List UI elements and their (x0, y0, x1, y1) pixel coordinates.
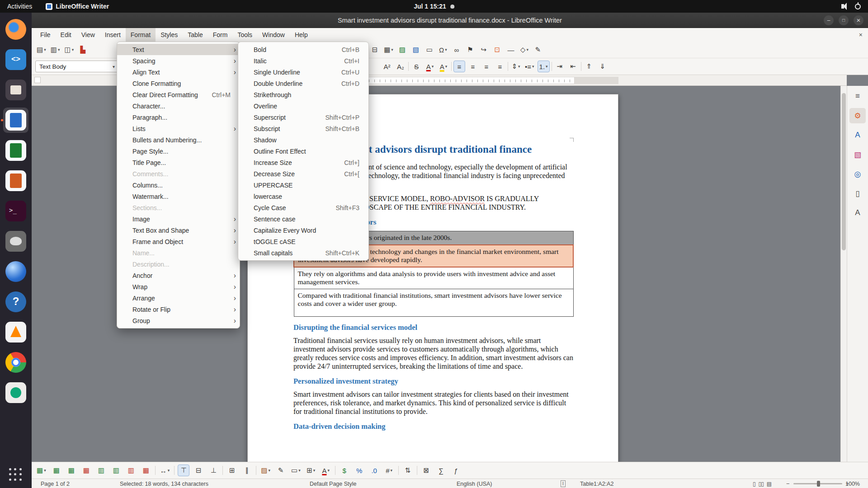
close-document-icon[interactable]: × (859, 31, 863, 38)
doc-paragraph-disrupt[interactable]: Traditional financial services usually r… (293, 336, 574, 371)
insert-column-before-icon[interactable]: ▥ (95, 465, 107, 476)
merge-cells-icon[interactable]: ⊞ (226, 465, 238, 476)
maximize-icon[interactable] (839, 15, 849, 25)
clock-menu[interactable]: Jul 1 15:21 (414, 3, 454, 10)
properties-icon[interactable]: ⚙ (849, 108, 866, 123)
export-pdf-icon[interactable]: ▙ (77, 44, 89, 56)
menu-bar-item[interactable]: View (76, 28, 100, 42)
insert-bookmark-icon[interactable]: ⚑ (464, 44, 476, 56)
multi-page-view-icon[interactable]: ▯▯ (759, 481, 764, 487)
gimp-icon[interactable] (3, 229, 28, 254)
paragraph-style-select[interactable]: Text Body (35, 61, 119, 72)
text-submenu-item[interactable]: Italic Ctrl+I (238, 55, 368, 66)
number-format-icon[interactable]: # (383, 465, 395, 476)
vlc-icon[interactable] (3, 319, 28, 345)
sum-icon[interactable]: ∑ (435, 465, 447, 476)
borders-icon[interactable]: ⊞ (305, 465, 317, 476)
insert-page-break-icon[interactable]: ⊟ (369, 44, 381, 56)
text-submenu-item[interactable]: tOGGLE cASE (238, 236, 368, 247)
format-menu-item[interactable]: Description... (117, 258, 240, 270)
insert-table-icon[interactable]: ▦ (382, 44, 395, 56)
insert-row-above-icon[interactable]: ▦ (51, 465, 62, 476)
navigator-icon[interactable]: ◎ (849, 166, 866, 182)
format-menu-item[interactable]: Bullets and Numbering... (117, 134, 240, 145)
basic-shapes-icon[interactable]: ◇ (519, 44, 530, 56)
text-submenu-item[interactable]: Increase Size Ctrl+] (238, 157, 368, 168)
format-menu-item[interactable]: Group (117, 315, 240, 326)
files-icon[interactable] (3, 77, 28, 103)
table-row[interactable]: Compared with traditional financial inst… (294, 289, 573, 316)
insert-chart-icon[interactable]: ▧ (410, 44, 422, 56)
styles-icon[interactable]: A (849, 127, 866, 143)
firefox-icon[interactable] (3, 17, 28, 42)
vscode-icon[interactable] (3, 47, 28, 72)
insert-table-icon[interactable]: ▦ (35, 465, 47, 476)
insert-hyperlink-icon[interactable]: ∞ (451, 44, 462, 56)
center-vertically-icon[interactable]: ⊟ (193, 465, 204, 476)
insert-column-after-icon[interactable]: ▥ (110, 465, 122, 476)
table-background-color-icon[interactable]: ▨ (259, 465, 272, 476)
text-submenu-item[interactable]: Strikethrough (238, 89, 368, 100)
format-menu-item[interactable]: Page Style... (117, 145, 240, 157)
system-status-area[interactable] (841, 4, 868, 9)
zoom-out-icon[interactable] (786, 480, 790, 487)
insert-mode-icon[interactable]: I (561, 479, 566, 488)
open-file-icon[interactable]: ▥ (49, 44, 61, 56)
text-submenu-item[interactable]: Decrease Size Ctrl+[ (238, 168, 368, 179)
close-icon[interactable] (854, 15, 863, 25)
menu-bar-item[interactable]: Window (257, 28, 290, 42)
scrollbar-thumb[interactable] (842, 93, 846, 250)
text-submenu-item[interactable]: Bold Ctrl+B (238, 44, 368, 55)
line-spacing-icon[interactable]: ⇕ (510, 61, 522, 72)
libreoffice-writer-icon[interactable] (3, 108, 28, 133)
format-menu-item[interactable]: Paragraph... (117, 112, 240, 123)
format-menu-item[interactable]: Sections... (117, 202, 240, 213)
doc-paragraph-personal[interactable]: Smart investment advisors can tailor inv… (293, 390, 574, 416)
text-submenu-item[interactable]: Superscript Shift+Ctrl+P (238, 112, 368, 123)
focused-app-indicator[interactable]: LibreOffice Writer (46, 3, 109, 10)
vertical-scrollbar[interactable] (840, 86, 847, 462)
format-menu-item[interactable]: Character... (117, 100, 240, 112)
format-menu-item[interactable]: Image (117, 213, 240, 225)
strikethrough-icon[interactable]: S (410, 61, 422, 72)
protect-cells-icon[interactable]: ⊠ (420, 465, 432, 476)
align-bottom-icon[interactable]: ⊥ (208, 465, 219, 476)
formula-icon[interactable]: ƒ (450, 465, 462, 476)
split-cells-icon[interactable]: ∥ (241, 465, 253, 476)
zoom-slider[interactable] (786, 479, 849, 488)
software-store-icon[interactable] (3, 380, 28, 405)
table-toolbar-button[interactable] (417, 466, 417, 475)
text-language[interactable]: English (USA) (457, 479, 492, 488)
help-icon[interactable] (3, 289, 28, 314)
page-style[interactable]: Default Page Style (310, 479, 357, 488)
zoom-level[interactable]: 100% (845, 479, 860, 488)
heading-disrupt[interactable]: Disrupting the financial services model (293, 323, 574, 332)
subscript-icon[interactable]: A₂ (395, 61, 406, 72)
disk-usage-icon[interactable] (3, 259, 28, 284)
delete-column-icon[interactable]: ▥ (125, 465, 137, 476)
minimize-icon[interactable] (824, 15, 834, 25)
page-count[interactable]: Page 1 of 2 (41, 479, 70, 488)
table-toolbar-button[interactable] (222, 466, 223, 475)
insert-row-below-icon[interactable]: ▦ (66, 465, 77, 476)
menu-bar-item[interactable]: File (35, 28, 56, 42)
format-menu-item[interactable]: Watermark... (117, 191, 240, 202)
new-document-icon[interactable]: ▤ (35, 44, 47, 56)
show-draw-functions-icon[interactable]: ✎ (532, 44, 544, 56)
toolbar-button[interactable] (451, 62, 452, 71)
unordered-list-icon[interactable]: •≡ (524, 61, 536, 72)
format-menu-item[interactable]: Comments... (117, 168, 240, 179)
format-menu-item[interactable]: Frame and Object (117, 236, 240, 247)
delete-row-icon[interactable]: ▦ (80, 465, 92, 476)
toolbar-button[interactable] (552, 62, 552, 71)
superscript-icon[interactable]: A² (381, 61, 393, 72)
optimize-size-icon[interactable]: ↔ (159, 465, 171, 476)
toolbar-button[interactable] (581, 62, 581, 71)
highlight-color-icon[interactable]: A (438, 61, 449, 72)
text-submenu-item[interactable]: Small capitals Shift+Ctrl+K (238, 247, 368, 258)
book-view-icon[interactable]: ▤ (767, 481, 771, 487)
paragraph-spacing-decrease-icon[interactable]: ⇓ (597, 61, 609, 72)
insert-cross-reference-icon[interactable]: ↪ (478, 44, 490, 56)
currency-format-icon[interactable]: $ (339, 465, 350, 476)
format-menu-item[interactable]: Title Page... (117, 157, 240, 168)
